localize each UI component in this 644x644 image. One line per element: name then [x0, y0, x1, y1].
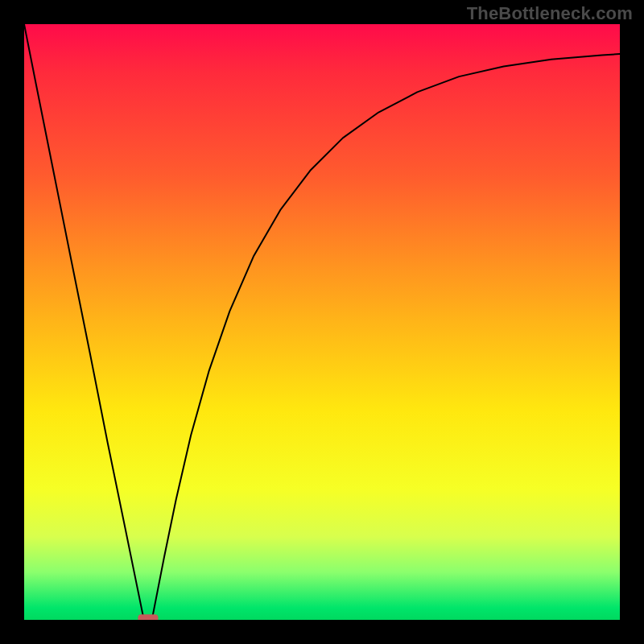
curve-left-branch — [24, 24, 143, 617]
chart-frame: TheBottleneck.com — [0, 0, 644, 644]
curve-right-branch — [153, 54, 620, 615]
plot-area — [24, 24, 620, 620]
chart-svg — [24, 24, 620, 620]
min-marker — [138, 614, 158, 620]
watermark-text: TheBottleneck.com — [467, 3, 633, 24]
